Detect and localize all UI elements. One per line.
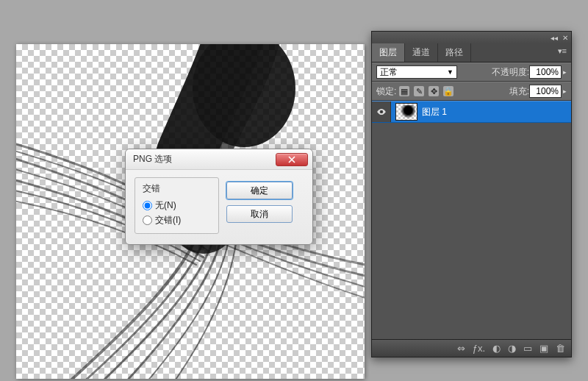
layer-row[interactable]: 图层 1 xyxy=(372,101,571,123)
chevron-down-icon: ▼ xyxy=(447,68,453,76)
layer-style-icon[interactable]: ƒx. xyxy=(473,343,485,354)
visibility-toggle[interactable] xyxy=(372,102,391,122)
radio-interlaced-label: 交错(I) xyxy=(155,214,181,227)
fill-input[interactable]: 100% xyxy=(529,85,562,98)
fill-flyout-icon[interactable]: ▸ xyxy=(563,88,567,95)
ok-button[interactable]: 确定 xyxy=(226,182,293,199)
lock-label: 锁定: xyxy=(376,85,396,98)
collapse-icon[interactable]: ◂◂ xyxy=(551,34,558,42)
delete-layer-icon[interactable]: 🗑 xyxy=(556,343,565,354)
svg-point-2 xyxy=(380,111,381,113)
panel-topbar[interactable]: ◂◂ ✕ xyxy=(372,32,571,43)
cancel-button[interactable]: 取消 xyxy=(226,205,293,223)
layer-mask-icon[interactable]: ◐ xyxy=(492,343,501,354)
radio-interlaced[interactable] xyxy=(143,216,152,225)
blend-mode-value: 正常 xyxy=(380,66,398,79)
opacity-flyout-icon[interactable]: ▸ xyxy=(563,68,567,76)
layer-name[interactable]: 图层 1 xyxy=(422,106,447,118)
dialog-title-text: PNG 选项 xyxy=(133,153,172,165)
new-layer-icon[interactable]: ▣ xyxy=(539,343,548,354)
tab-paths[interactable]: 路径 xyxy=(438,43,471,62)
radio-none-label: 无(N) xyxy=(155,199,176,212)
adjustment-layer-icon[interactable]: ◑ xyxy=(508,343,516,354)
layers-panel: ◂◂ ✕ 图层 通道 路径 ▾≡ 正常 ▼ 不透明度: 100% ▸ 锁定: ▦… xyxy=(371,31,572,357)
opacity-input[interactable]: 100% xyxy=(529,65,562,79)
panel-footer: ⇔ ƒx. ◐ ◑ ▭ ▣ 🗑 xyxy=(372,339,571,357)
blend-opacity-row: 正常 ▼ 不透明度: 100% ▸ xyxy=(372,63,571,82)
panel-tabs: 图层 通道 路径 ▾≡ xyxy=(372,43,571,63)
lock-transparency-icon[interactable]: ▦ xyxy=(399,86,409,96)
radio-interlaced-row[interactable]: 交错(I) xyxy=(143,213,211,227)
close-icon xyxy=(287,156,296,163)
png-options-dialog: PNG 选项 交错 无(N) 交错(I) 确定 取消 xyxy=(125,149,313,245)
panel-menu-icon[interactable]: ▾≡ xyxy=(553,43,571,62)
link-layers-icon[interactable]: ⇔ xyxy=(457,343,465,354)
tab-channels[interactable]: 通道 xyxy=(405,43,438,62)
fill-label: 填充: xyxy=(509,85,529,98)
layer-thumbnail[interactable] xyxy=(395,103,417,121)
panel-close-icon[interactable]: ✕ xyxy=(562,34,568,42)
dialog-titlebar[interactable]: PNG 选项 xyxy=(126,149,312,170)
fieldset-legend: 交错 xyxy=(143,182,211,195)
interlace-fieldset: 交错 无(N) 交错(I) xyxy=(135,177,219,234)
eye-icon xyxy=(376,107,387,117)
tab-layers[interactable]: 图层 xyxy=(372,43,405,62)
lock-fill-row: 锁定: ▦ ✎ ✥ 🔒 填充: 100% ▸ xyxy=(372,82,571,101)
radio-none[interactable] xyxy=(143,201,152,210)
opacity-label: 不透明度: xyxy=(492,66,529,79)
blend-mode-select[interactable]: 正常 ▼ xyxy=(376,65,457,79)
lock-all-icon[interactable]: 🔒 xyxy=(443,86,453,96)
lock-position-icon[interactable]: ✥ xyxy=(429,86,439,96)
lock-paint-icon[interactable]: ✎ xyxy=(414,86,424,96)
group-icon[interactable]: ▭ xyxy=(523,343,532,354)
dialog-close-button[interactable] xyxy=(276,153,308,166)
layer-list[interactable]: 图层 1 xyxy=(372,101,571,339)
radio-none-row[interactable]: 无(N) xyxy=(143,198,211,213)
